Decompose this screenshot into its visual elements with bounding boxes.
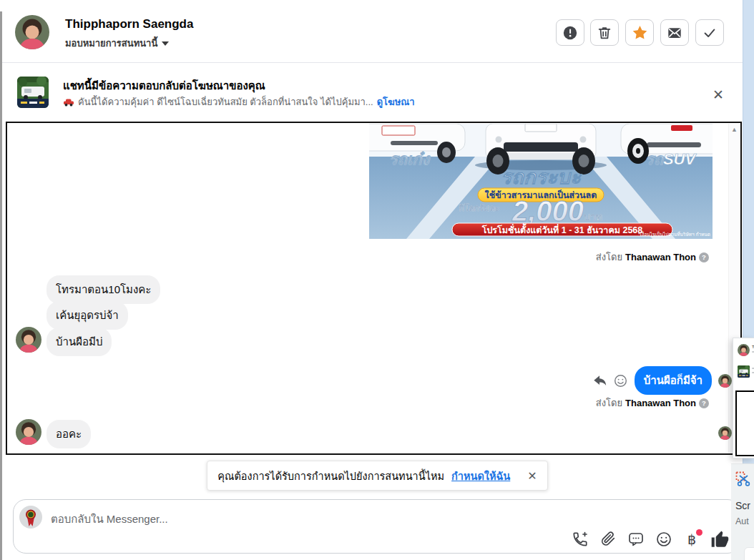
- chat-message-area: ▲: [6, 122, 742, 455]
- tool-text-line2: Aut: [735, 516, 749, 526]
- assign-to-me-link[interactable]: กำหนดให้ฉัน: [451, 468, 510, 484]
- conversation-header: Thipphaporn Saengda มอบหมายการสนทนานี้: [2, 0, 743, 63]
- customer-avatar[interactable]: [15, 15, 49, 49]
- attach-file-button[interactable]: [597, 528, 620, 551]
- snip-scissors-icon: [735, 471, 751, 487]
- screenshot-preview-window[interactable]: Th: [733, 338, 754, 458]
- question-circle-icon[interactable]: ?: [699, 252, 709, 262]
- message-bubble[interactable]: ออคะ: [46, 420, 91, 448]
- ad-amount-text: 2,000: [511, 195, 584, 227]
- ad-promo-period-text: โปรโมชั่นตั้งแต่วันที่ 1 - 31 ธันวาคม 25…: [481, 223, 643, 235]
- ad-label-suv: รถSUV: [645, 150, 697, 168]
- like-button[interactable]: [708, 528, 731, 551]
- seen-by-avatar: [718, 426, 732, 440]
- add-reaction-icon[interactable]: [614, 373, 628, 388]
- tool-text-line1: Scr: [735, 500, 750, 511]
- ad-fine-print: *เงื่อนไขเป็นไปตามที่บริษัทฯ กำหนด: [638, 231, 710, 237]
- assign-conversation-dropdown[interactable]: มอบหมายการสนทนานี้: [65, 36, 169, 51]
- alert-circle-icon: [562, 25, 578, 41]
- ad-per-kg-text: กิโลกรัมละ: [459, 202, 499, 213]
- sent-by-prefix: ส่งโดย: [596, 396, 622, 411]
- ad-banner-title: แชทนี้มีข้อความตอบกลับต่อโฆษณาของคุณ: [63, 77, 265, 94]
- tool-button-corner[interactable]: [744, 547, 754, 560]
- banner-close-button[interactable]: ✕: [710, 86, 727, 103]
- page-logo-avatar: [19, 506, 42, 529]
- customer-message-avatar: [16, 327, 41, 353]
- view-ad-link[interactable]: ดูโฆษณา: [377, 94, 415, 109]
- assign-toast: คุณต้องการได้รับการกำหนดไปยังการสนทนานี้…: [207, 461, 548, 491]
- payment-baht-button[interactable]: ฿: [680, 528, 703, 551]
- question-circle-icon[interactable]: ?: [699, 398, 709, 408]
- follow-up-button[interactable]: [625, 19, 654, 46]
- sender-name: Thanawan Thon: [625, 398, 696, 408]
- message-bubble[interactable]: เค้นยุอุดรบ่จ้า: [46, 301, 128, 330]
- check-icon: [702, 25, 718, 41]
- customer-name: Thipphaporn Saengda: [65, 17, 193, 31]
- emoji-button[interactable]: [652, 528, 675, 551]
- reply-input[interactable]: [51, 509, 509, 528]
- message-bubble-outgoing[interactable]: บ้านผือก็มีจ้า: [635, 366, 712, 395]
- mini-chat-area: [735, 390, 754, 456]
- sender-name: Thanawan Thon: [625, 252, 696, 262]
- message-bubble[interactable]: บ้านผือมีบ่: [46, 328, 112, 356]
- toast-close-button[interactable]: ✕: [527, 469, 537, 483]
- sent-by-line: ส่งโดย Thanawan Thon ?: [596, 396, 709, 411]
- message-bubble[interactable]: โทรมาตอน10โมงคะ: [46, 275, 160, 304]
- ad-label-sedan: รถเก๋ง: [389, 150, 431, 168]
- add-call-button[interactable]: [569, 528, 592, 551]
- trash-icon: [597, 25, 612, 41]
- mini-avatar: [738, 344, 750, 356]
- baht-icon: ฿: [687, 531, 696, 548]
- ad-label-pickup: รถกระบะ: [501, 166, 582, 188]
- ad-banner-description-text: คันนี้ได้ความคุ้มค่า ดีไซน์โฉบเฉี่ยวทันส…: [78, 94, 373, 109]
- notification-dot: [696, 529, 702, 536]
- ad-thumbnail[interactable]: [17, 77, 49, 108]
- ad-currency-text: บาท: [584, 211, 602, 222]
- scroll-up-arrow[interactable]: ▲: [731, 126, 738, 133]
- report-button[interactable]: [556, 19, 584, 46]
- sent-by-prefix: ส่งโดย: [596, 250, 622, 265]
- reply-icon[interactable]: [593, 373, 607, 388]
- mail-icon: [667, 25, 682, 41]
- assign-conversation-label: มอบหมายการสนทนานี้: [65, 36, 157, 51]
- assign-toast-text: คุณต้องการได้รับการกำหนดไปยังการสนทนานี้…: [217, 468, 444, 484]
- star-icon: [632, 24, 648, 41]
- ad-image-attachment[interactable]: ​ รถเก๋ง รถSUV รถกระบะ ใช้ข้าวสารมาแลกเป…: [369, 124, 713, 239]
- screenshot-tool-panel[interactable]: Scr Aut: [731, 463, 754, 560]
- saved-replies-button[interactable]: [625, 528, 647, 551]
- ad-reply-banner: แชทนี้มีข้อความตอบกลับต่อโฆษณาของคุณ คัน…: [2, 64, 743, 122]
- ad-banner-description: คันนี้ได้ความคุ้มค่า ดีไซน์โฉบเฉี่ยวทันส…: [63, 94, 415, 109]
- mini-ad-thumbnail: [738, 365, 750, 378]
- mark-done-button[interactable]: [695, 19, 724, 46]
- red-car-icon: [63, 98, 74, 107]
- composer-toolbar: ฿: [569, 528, 731, 551]
- delete-button[interactable]: [590, 19, 619, 46]
- reply-composer: ฿: [13, 499, 740, 554]
- sent-by-line: ส่งโดย Thanawan Thon ?: [596, 250, 709, 265]
- seen-by-avatar: [718, 374, 732, 388]
- outgoing-message-row: บ้านผือก็มีจ้า: [593, 366, 732, 395]
- mark-unread-button[interactable]: [660, 19, 689, 46]
- customer-message-avatar: [16, 419, 41, 445]
- chevron-down-icon: [162, 41, 169, 46]
